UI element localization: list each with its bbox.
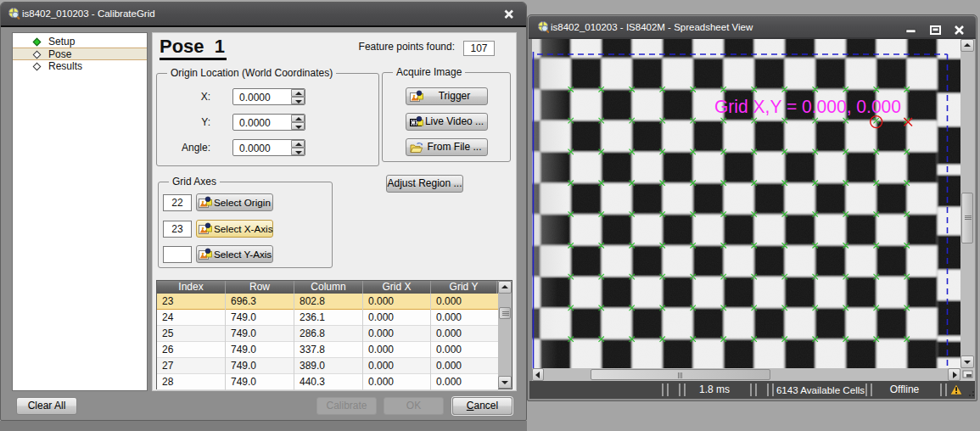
svg-text:Grid X,Y = 0.000, 0.000: Grid X,Y = 0.000, 0.000: [714, 96, 901, 117]
